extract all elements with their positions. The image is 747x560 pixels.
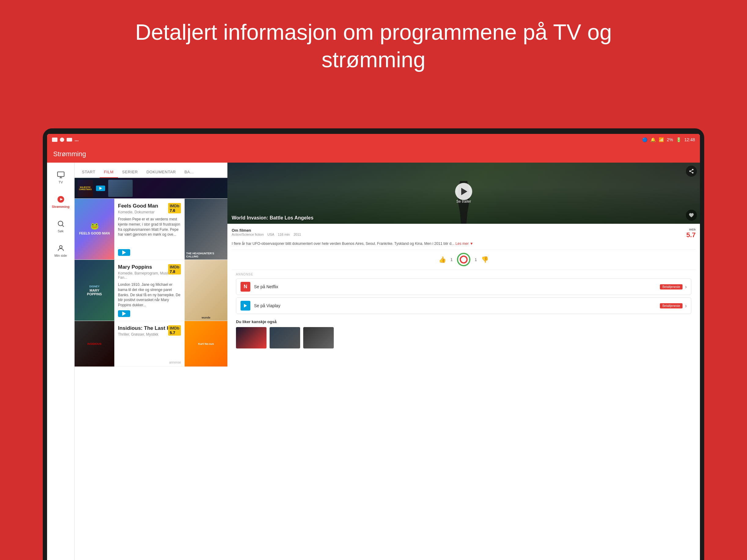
battery-icon: 🔋 — [676, 137, 681, 142]
duration-text: 116 min — [278, 233, 290, 236]
svg-point-8 — [692, 169, 694, 171]
netflix-label: Se på Netflix — [254, 284, 660, 289]
suggestions-title: Du liker kanskje også — [236, 320, 691, 324]
desc-text: I flere år har UFO-observasjoner blitt d… — [232, 241, 455, 246]
annonse-area: ANNONSE N Se på Netflix Betaltjeneste › — [232, 273, 696, 314]
year-text: 2011 — [293, 233, 301, 236]
favorite-button[interactable] — [686, 210, 697, 221]
suggestions-row — [236, 327, 691, 349]
suggestions-section: Du liker kanskje også — [232, 316, 696, 349]
feels-good-man-thumb: THE HEADHUNTER'S CALLING — [185, 199, 227, 259]
feels-good-man-poster-title: FEELS GOOD MAN — [78, 230, 111, 236]
person-icon — [56, 244, 65, 253]
tablet-screen: ... 🔵 🔔 📶 2% 🔋 12:48 Strømming — [47, 134, 700, 560]
detail-meta: Action/Science fiction USA 116 min 2011 — [232, 233, 301, 236]
svg-point-7 — [59, 246, 62, 248]
share-button[interactable] — [686, 166, 697, 177]
viaplay-play-icon-1 — [122, 250, 126, 255]
viaplay-option[interactable]: Se på Viaplay Betaltjeneste › — [236, 298, 691, 314]
annonse-label-small: annonse — [169, 361, 181, 364]
thumbs-down-icon[interactable]: 👎 — [481, 256, 489, 263]
svg-line-11 — [691, 172, 692, 172]
detail-header: Om filmen Action/Science fiction USA 116… — [232, 228, 696, 239]
tv-icon — [56, 171, 65, 179]
svg-point-9 — [689, 171, 691, 172]
vote-bar: 👍 1 1 👎 — [232, 249, 696, 270]
play-trailer-button[interactable] — [455, 183, 472, 200]
status-dots: ... — [75, 137, 79, 143]
banner-thumbnail — [108, 180, 133, 197]
tab-start[interactable]: START — [78, 170, 100, 177]
status-right: 🔵 🔔 📶 2% 🔋 12:48 — [642, 137, 695, 142]
annonse-label: ANNONSE — [236, 273, 691, 276]
les-mer-button[interactable]: Les mer — [456, 241, 468, 246]
sidebar-item-tv[interactable]: TV — [49, 169, 73, 186]
movie-details: Om filmen Action/Science fiction USA 116… — [227, 224, 700, 560]
insidious-info: Insidious: The Last Key Thriller, Grøsse… — [114, 321, 185, 366]
status-left: ... — [52, 137, 79, 143]
thumbs-up-icon[interactable]: 👍 — [439, 256, 446, 263]
tab-ba[interactable]: BA... — [180, 170, 198, 177]
email-icon — [67, 138, 72, 142]
tab-dokumentar[interactable]: DOKUMENTAR — [142, 170, 180, 177]
svg-point-10 — [692, 172, 694, 174]
viaplay-badge-banner — [96, 185, 105, 191]
netflix-paid-badge: Betaltjeneste — [660, 284, 682, 289]
circle-icon — [60, 137, 64, 142]
tab-film[interactable]: FILM — [100, 170, 118, 178]
app-title: Strømming — [53, 150, 86, 158]
sidebar-tv-label: TV — [58, 180, 63, 184]
majestic-christmas-poster: MAJESTIC CHRISTMAS — [78, 180, 93, 197]
suggestion-item-3[interactable] — [303, 327, 334, 349]
sidebar-item-stromming[interactable]: Strømming — [49, 193, 73, 210]
chevron-down-icon: ▼ — [470, 241, 473, 246]
volume-icon: 🔔 — [650, 137, 655, 142]
wifi-icon: 📶 — [659, 137, 664, 142]
list-item[interactable]: 🐸 FEELS GOOD MAN Feels Good Man Komedie,… — [75, 199, 227, 260]
detail-imdb-score: 5.7 — [686, 231, 696, 239]
feels-good-man-poster: 🐸 FEELS GOOD MAN — [75, 199, 114, 259]
svg-line-6 — [62, 225, 63, 227]
hero-title: Detaljert informasjon om programmene på … — [0, 18, 747, 73]
country-text: USA — [267, 233, 274, 236]
poster-content: 🐸 FEELS GOOD MAN — [75, 199, 114, 259]
vote-circle — [457, 253, 470, 266]
list-item[interactable]: DISNEY MARY POPPINS Mary Poppins Komedie… — [75, 260, 227, 321]
netflix-option[interactable]: N Se på Netflix Betaltjeneste › — [236, 278, 691, 295]
kurt-thumb: Kurt No-sus — [185, 321, 227, 366]
sidebar-stromming-label: Strømming — [52, 205, 69, 208]
feels-good-man-info: Feels Good Man Komedie, Dokumentar Frosk… — [114, 199, 185, 259]
suggestion-item-1[interactable] — [236, 327, 266, 349]
mary-poppins-imdb: IMDb 7.8 — [168, 264, 181, 275]
feels-good-man-imdb: IMDb 7.6 — [168, 203, 181, 213]
top-banner[interactable]: MAJESTIC CHRISTMAS — [75, 178, 227, 199]
poster-content-3: INSIDIOUS — [75, 321, 114, 366]
search-icon — [56, 220, 65, 228]
movie-hero: Se trailer World Invasion: Battle Los An… — [227, 162, 700, 224]
main-layout: TV Strømming Søk — [47, 162, 700, 560]
majestic-christmas-title: MAJESTIC CHRISTMAS — [78, 186, 93, 190]
wunder-thumb: wunde — [185, 260, 227, 321]
viaplay-play-icon — [99, 187, 102, 190]
netflix-logo: N — [240, 282, 250, 291]
movie-hero-title: World Invasion: Battle Los Angeles — [232, 215, 314, 221]
tabs: START FILM SERIER DOKUMENTAR BA... — [75, 162, 227, 178]
insidious-imdb: IMDb 5.7 — [168, 325, 181, 336]
imdb-score-3: 5.7 — [170, 330, 179, 335]
imdb-score-1: 7.6 — [170, 208, 179, 213]
mary-poppins-poster: DISNEY MARY POPPINS — [75, 260, 114, 321]
om-filmen-title: Om filmen — [232, 228, 301, 233]
status-bar: ... 🔵 🔔 📶 2% 🔋 12:48 — [47, 134, 700, 146]
bluetooth-icon: 🔵 — [642, 137, 647, 142]
suggestion-item-2[interactable] — [269, 327, 300, 349]
tablet-frame: ... 🔵 🔔 📶 2% 🔋 12:48 Strømming — [43, 128, 704, 560]
feels-good-man-desc: Frosken Pepe er et av verdens mest kjent… — [118, 217, 181, 237]
sidebar-item-sok[interactable]: Søk — [49, 218, 73, 235]
viaplay-play-detail-icon — [244, 304, 247, 307]
battery-text: 2% — [667, 137, 673, 142]
list-item[interactable]: INSIDIOUS Insidious: The Last Key Thrill… — [75, 321, 227, 367]
tab-serier[interactable]: SERIER — [118, 170, 142, 177]
viaplay-logo-1 — [118, 249, 130, 256]
viaplay-logo-detail — [240, 301, 250, 311]
sidebar-item-min-side[interactable]: Min side — [49, 242, 73, 259]
